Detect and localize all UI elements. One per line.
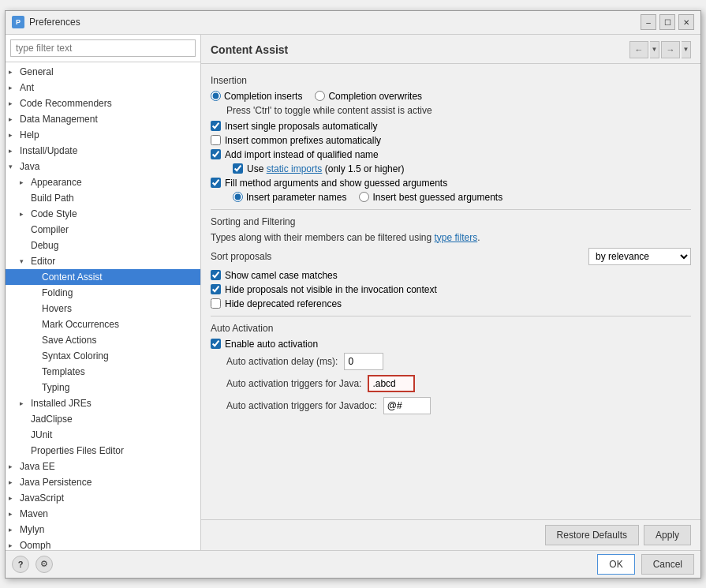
tree-label-java-ee: Java EE [20, 461, 55, 472]
close-button[interactable]: ✕ [678, 14, 694, 30]
static-imports-link[interactable]: static imports [267, 163, 323, 174]
insert-param-radio[interactable] [233, 192, 243, 202]
tree-item-installed-jres[interactable]: ▸Installed JREs [6, 395, 200, 411]
triggers-javadoc-row: Auto activation triggers for Javadoc: [211, 397, 691, 414]
tree-label-install-update: Install/Update [20, 145, 77, 156]
tree-label-javascript: JavaScript [20, 492, 64, 504]
tree-item-syntax-coloring[interactable]: Syntax Coloring [6, 348, 200, 364]
tree-item-data-management[interactable]: ▸Data Management [6, 111, 200, 127]
completion-overwrites-option[interactable]: Completion overwrites [315, 91, 422, 102]
tree-item-maven[interactable]: ▸Maven [6, 506, 200, 522]
help-button[interactable]: ? [12, 556, 29, 573]
tree-label-mylyn: Mylyn [20, 524, 44, 535]
tree-item-code-recommenders[interactable]: ▸Code Recommenders [6, 96, 200, 111]
tree-item-debug[interactable]: Debug [6, 238, 200, 253]
tree-item-help[interactable]: ▸Help [6, 127, 200, 143]
insert-common-checkbox[interactable]: Insert common prefixes automatically [211, 135, 691, 146]
tree-item-hovers[interactable]: Hovers [6, 301, 200, 316]
type-filters-link[interactable]: type filters [435, 232, 478, 243]
tree-item-install-update[interactable]: ▸Install/Update [6, 143, 200, 159]
tree-item-java-ee[interactable]: ▸Java EE [6, 459, 200, 474]
enable-auto-activation-checkbox[interactable]: Enable auto activation [211, 339, 691, 350]
hide-deprecated-input[interactable] [211, 298, 221, 309]
tree-item-appearance[interactable]: ▸Appearance [6, 174, 200, 190]
tree-item-java-persistence[interactable]: ▸Java Persistence [6, 474, 200, 490]
back-button[interactable]: ← [629, 41, 648, 58]
show-camel-input[interactable] [211, 270, 221, 280]
tree-item-general[interactable]: ▸General [6, 64, 200, 80]
restore-defaults-button[interactable]: Restore Defaults [545, 525, 639, 545]
chevron-icon-maven: ▸ [9, 510, 20, 518]
param-radio-group: Insert parameter names Insert best guess… [233, 192, 691, 203]
insert-single-input[interactable] [211, 121, 221, 131]
window-title: Preferences [29, 17, 641, 28]
cancel-button[interactable]: Cancel [641, 554, 694, 575]
tree-item-build-path[interactable]: Build Path [6, 190, 200, 206]
forward-button[interactable]: → [661, 41, 680, 58]
bottom-action-bar: Restore Defaults Apply [201, 519, 700, 550]
use-static-checkbox[interactable]: Use static imports (only 1.5 or higher) [233, 163, 691, 174]
tree-item-java[interactable]: ▾Java [6, 159, 200, 174]
tree-item-compiler[interactable]: Compiler [6, 222, 200, 238]
insert-param-option[interactable]: Insert parameter names [233, 192, 346, 203]
hide-deprecated-checkbox[interactable]: Hide deprecated references [211, 298, 691, 309]
delay-input[interactable] [344, 353, 383, 370]
tree-item-typing[interactable]: Typing [6, 380, 200, 395]
tree-item-junit[interactable]: JUnit [6, 427, 200, 443]
tree-item-ant[interactable]: ▸Ant [6, 80, 200, 96]
tree-label-ant: Ant [20, 82, 34, 93]
tree-item-folding[interactable]: Folding [6, 285, 200, 301]
add-import-checkbox[interactable]: Add import instead of qualified name [211, 149, 691, 160]
tree-label-save-actions: Save Actions [42, 335, 96, 346]
show-camel-checkbox[interactable]: Show camel case matches [211, 270, 691, 281]
tree-label-editor: Editor [31, 256, 55, 267]
triggers-java-input[interactable] [368, 375, 415, 392]
tree-item-jadclipse[interactable]: JadClipse [6, 411, 200, 427]
tree-item-editor[interactable]: ▾Editor [6, 253, 200, 269]
tree-item-properties-files-editor[interactable]: Properties Files Editor [6, 443, 200, 459]
insert-best-option[interactable]: Insert best guessed arguments [359, 192, 502, 203]
tree-label-templates: Templates [42, 366, 85, 377]
tree-item-mark-occurrences[interactable]: Mark Occurrences [6, 316, 200, 332]
titlebar-buttons: – ☐ ✕ [641, 14, 694, 30]
completion-inserts-option[interactable]: Completion inserts [211, 91, 302, 102]
insert-common-input[interactable] [211, 135, 221, 145]
apply-button[interactable]: Apply [644, 525, 691, 545]
tree-item-mylyn[interactable]: ▸Mylyn [6, 522, 200, 537]
enable-auto-activation-input[interactable] [211, 339, 221, 349]
hide-not-visible-checkbox[interactable]: Hide proposals not visible in the invoca… [211, 284, 691, 295]
tree-item-templates[interactable]: Templates [6, 364, 200, 380]
tree-item-code-style[interactable]: ▸Code Style [6, 206, 200, 222]
tree-item-save-actions[interactable]: Save Actions [6, 332, 200, 348]
search-box [6, 35, 200, 62]
triggers-javadoc-input[interactable] [383, 397, 431, 414]
sort-row: Sort proposals by relevance alphabetical… [211, 248, 691, 265]
use-static-input[interactable] [233, 163, 243, 174]
settings-button[interactable]: ⚙ [35, 556, 53, 573]
search-input[interactable] [10, 39, 196, 57]
ok-button[interactable]: OK [597, 554, 634, 575]
tree-item-javascript[interactable]: ▸JavaScript [6, 490, 200, 506]
minimize-button[interactable]: – [641, 14, 656, 30]
completion-overwrites-radio[interactable] [315, 91, 325, 101]
chevron-icon-java: ▾ [9, 163, 20, 170]
hide-not-visible-label: Hide proposals not visible in the invoca… [225, 284, 437, 295]
insert-single-checkbox[interactable]: Insert single proposals automatically [211, 121, 691, 132]
back-dropdown[interactable]: ▼ [650, 41, 659, 58]
forward-dropdown[interactable]: ▼ [682, 41, 691, 58]
sort-proposals-select[interactable]: by relevance alphabetically [588, 248, 691, 265]
completion-inserts-radio[interactable] [211, 91, 221, 101]
tree-label-syntax-coloring: Syntax Coloring [42, 350, 109, 361]
insert-best-radio[interactable] [359, 192, 369, 202]
chevron-icon-code-style: ▸ [20, 210, 31, 218]
add-import-input[interactable] [211, 149, 221, 159]
tree-item-content-assist[interactable]: Content Assist [6, 269, 200, 285]
hide-deprecated-label: Hide deprecated references [225, 298, 342, 309]
hide-not-visible-input[interactable] [211, 284, 221, 294]
fill-method-checkbox[interactable]: Fill method arguments and show guessed a… [211, 178, 691, 189]
tree-item-oomph[interactable]: ▸Oomph [6, 537, 200, 550]
fill-method-input[interactable] [211, 178, 221, 188]
completion-inserts-label: Completion inserts [224, 91, 302, 102]
use-static-label: Use static imports (only 1.5 or higher) [247, 163, 404, 174]
maximize-button[interactable]: ☐ [659, 14, 675, 30]
